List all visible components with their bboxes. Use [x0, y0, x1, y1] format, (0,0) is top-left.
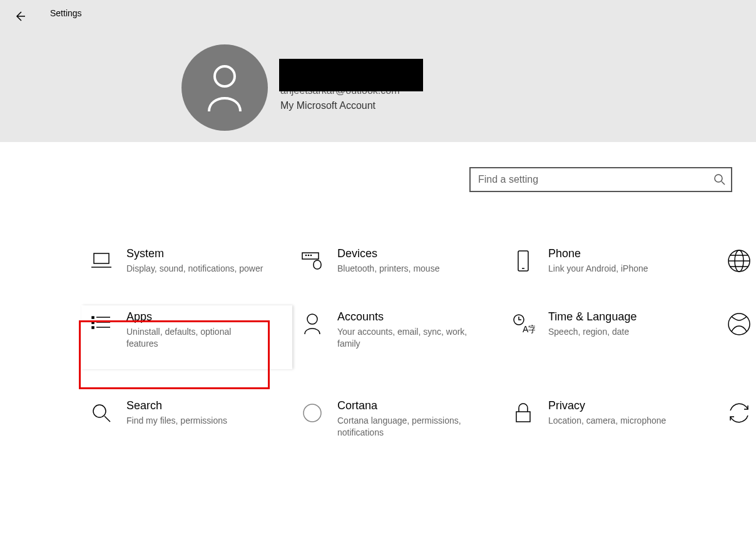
microsoft-account-link[interactable]: My Microsoft Account — [280, 100, 400, 111]
person-icon — [203, 63, 247, 113]
svg-point-5 — [305, 255, 306, 255]
avatar — [181, 44, 268, 131]
svg-rect-25 — [516, 412, 530, 422]
tile-title: Privacy — [548, 399, 666, 412]
globe-icon — [725, 247, 753, 275]
svg-rect-17 — [92, 327, 94, 329]
svg-text:A字: A字 — [523, 324, 535, 334]
search-input[interactable] — [469, 167, 732, 192]
tile-title: System — [126, 247, 263, 260]
tile-desc: Cortana language, permissions, notificat… — [337, 415, 475, 439]
tile-title: Apps — [126, 310, 264, 324]
tile-title: Time & Language — [548, 310, 636, 324]
settings-header: Settings arijeetsarkar@outlook.com My Mi… — [0, 0, 756, 142]
settings-grid: System Display, sound, notifications, po… — [81, 242, 756, 444]
tile-apps[interactable]: Apps Uninstall, defaults, optional featu… — [81, 305, 292, 369]
tile-system[interactable]: System Display, sound, notifications, po… — [81, 242, 292, 280]
tile-desc: Your accounts, email, sync, work, family — [337, 326, 475, 350]
svg-rect-3 — [302, 253, 319, 259]
magnifier-icon — [88, 399, 115, 427]
svg-point-24 — [304, 404, 321, 422]
tile-privacy[interactable]: Privacy Location, camera, microphone — [503, 394, 714, 444]
redacted-name — [279, 59, 423, 91]
profile-block: arijeetsarkar@outlook.com My Microsoft A… — [181, 44, 400, 131]
svg-rect-4 — [314, 260, 321, 269]
arrow-left-icon — [14, 10, 26, 23]
svg-rect-2 — [94, 253, 109, 263]
svg-rect-15 — [92, 322, 94, 324]
apps-icon — [88, 310, 115, 338]
tile-time-language[interactable]: A字 Time & Language Speech, region, date — [503, 305, 714, 369]
svg-point-1 — [715, 175, 722, 182]
tile-desc: Display, sound, notifications, power — [126, 263, 263, 275]
svg-point-23 — [93, 405, 106, 417]
tile-gaming[interactable] — [714, 305, 756, 369]
time-language-icon: A字 — [509, 310, 537, 338]
tile-title: Accounts — [337, 310, 475, 324]
tile-desc: Speech, region, date — [548, 326, 636, 339]
tile-network[interactable] — [714, 242, 756, 280]
sync-icon — [725, 399, 753, 427]
svg-rect-8 — [518, 251, 528, 271]
devices-icon — [299, 247, 326, 275]
svg-point-19 — [307, 314, 317, 324]
laptop-icon — [88, 247, 115, 275]
tile-title: Search — [126, 399, 227, 412]
search-container — [469, 167, 732, 192]
content-area: System Display, sound, notifications, po… — [0, 142, 756, 167]
tile-desc: Find my files, permissions — [126, 415, 227, 427]
page-title: Settings — [50, 8, 82, 18]
tile-desc: Location, camera, microphone — [548, 415, 666, 427]
xbox-icon — [725, 310, 753, 338]
svg-point-6 — [308, 255, 309, 255]
tile-desc: Uninstall, defaults, optional features — [126, 326, 264, 350]
tile-cortana[interactable]: Cortana Cortana language, permissions, n… — [292, 394, 503, 444]
svg-point-7 — [310, 255, 311, 255]
lock-icon — [509, 399, 537, 427]
tile-title: Devices — [337, 247, 439, 260]
tile-desc: Bluetooth, printers, mouse — [337, 263, 439, 275]
tile-desc: Link your Android, iPhone — [548, 263, 648, 275]
svg-point-0 — [215, 66, 235, 86]
tile-accounts[interactable]: Accounts Your accounts, email, sync, wor… — [292, 305, 503, 369]
tile-title: Cortana — [337, 399, 475, 412]
tile-phone[interactable]: Phone Link your Android, iPhone — [503, 242, 714, 280]
cortana-icon — [299, 399, 326, 427]
search-icon — [713, 173, 726, 186]
svg-rect-13 — [92, 317, 94, 318]
tile-search[interactable]: Search Find my files, permissions — [81, 394, 292, 444]
back-button[interactable] — [13, 9, 28, 24]
tile-devices[interactable]: Devices Bluetooth, printers, mouse — [292, 242, 503, 280]
tile-update[interactable] — [714, 394, 756, 444]
person-outline-icon — [299, 310, 326, 338]
phone-icon — [509, 247, 537, 275]
tile-title: Phone — [548, 247, 648, 260]
